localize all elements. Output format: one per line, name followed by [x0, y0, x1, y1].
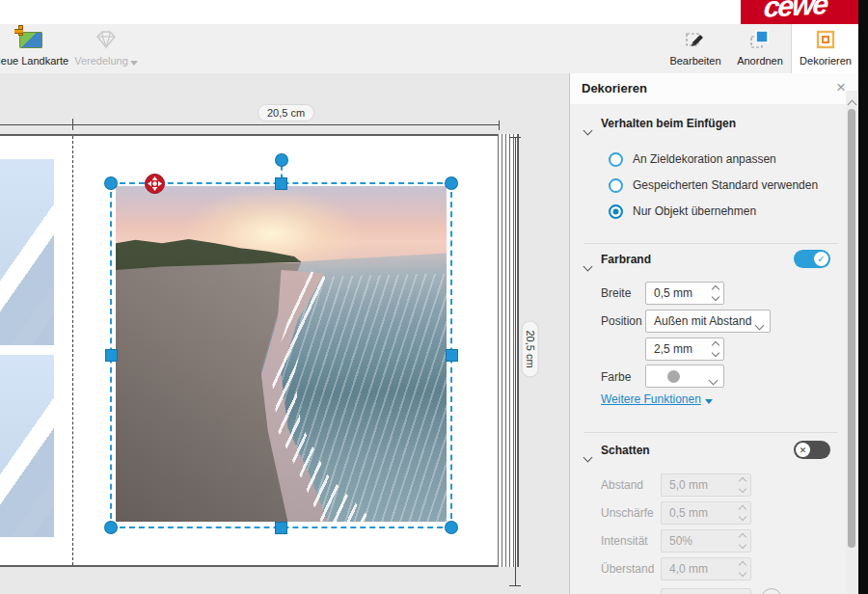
section-collapse-icon[interactable]: [584, 121, 591, 138]
window-title-band: [0, 0, 858, 24]
diamond-icon: [94, 29, 119, 50]
page-fold-line: [72, 136, 73, 565]
resize-handle-bottom[interactable]: [276, 523, 286, 533]
color-border-toggle[interactable]: ✓: [794, 250, 830, 268]
refinement-button: Veredelung: [73, 24, 139, 73]
divider: [583, 243, 838, 244]
toggle-check-icon: ✓: [814, 252, 828, 266]
radio-label: Gespeicherten Standard verwenden: [633, 178, 818, 192]
toolbar: Neue Landkarte Veredelung Bearbeiten: [0, 24, 858, 74]
section-collapse-icon[interactable]: [584, 447, 591, 465]
cewe-logo: cewe: [763, 0, 828, 24]
more-functions-link[interactable]: Weitere Funktionen: [601, 392, 713, 406]
section-header-insert-behavior[interactable]: Verhalten beim Einfügen: [601, 117, 736, 130]
resize-handle-top-left[interactable]: [105, 177, 117, 189]
resize-handle-bottom-left[interactable]: [105, 522, 117, 533]
stepper-icon[interactable]: [713, 341, 719, 357]
horizontal-ruler-label: 20,5 cm: [258, 105, 313, 121]
stepper-icon: [740, 477, 746, 493]
divider: [583, 432, 838, 433]
caret-down-icon: [705, 399, 713, 404]
overhang-label: Überstand: [601, 562, 654, 576]
horizontal-ruler-line: [0, 124, 500, 125]
panel-scrollbar-thumb[interactable]: [848, 109, 855, 548]
radio-label: An Zieldekoration anpassen: [633, 152, 776, 166]
panel-title-bar: Dekorieren ×: [570, 73, 858, 104]
intensity-label: Intensität: [601, 534, 648, 548]
radio-option-adapt[interactable]: An Zieldekoration anpassen: [609, 151, 776, 167]
resize-handle-left[interactable]: [106, 350, 117, 361]
chevron-down-icon: [130, 61, 138, 66]
section-header-shadow[interactable]: Schatten: [601, 444, 650, 457]
resize-handle-top-right[interactable]: [446, 177, 457, 189]
stepper-icon: [740, 561, 746, 577]
edit-button[interactable]: Bearbeiten: [664, 24, 727, 73]
image-placeholder[interactable]: [0, 355, 54, 537]
move-badge[interactable]: [145, 174, 165, 194]
decorate-panel: Dekorieren × Verhalten beim Einfügen An …: [569, 73, 858, 594]
blur-label: Unschärfe: [601, 506, 654, 520]
chevron-down-icon: [756, 318, 763, 332]
map-icon: [19, 32, 42, 48]
radio-icon[interactable]: [609, 178, 623, 193]
shadow-toggle[interactable]: ✕: [794, 441, 830, 459]
panel-title: Dekorieren: [582, 81, 647, 95]
decorate-label: Dekorieren: [792, 55, 859, 68]
distance-label: Abstand: [601, 478, 643, 492]
horizontal-ruler-end-tick: [499, 121, 500, 130]
position-value: Außen mit Abstand: [654, 314, 751, 328]
color-swatch: [667, 370, 680, 383]
resize-handle-top[interactable]: [276, 178, 286, 189]
radio-option-object-only[interactable]: Nur Objekt übernehmen: [609, 203, 756, 219]
edit-pencil-icon: [685, 29, 706, 50]
offset-input[interactable]: 2,5 mm: [645, 338, 724, 361]
arrange-button[interactable]: Anordnen: [729, 24, 791, 73]
editor-canvas: 20,5 cm 20,5 cm: [0, 73, 569, 594]
intensity-value: 50%: [669, 534, 692, 548]
stepper-icon: [740, 533, 746, 549]
move-arrows-icon: [145, 174, 165, 194]
width-input[interactable]: 0,5 mm: [645, 282, 724, 305]
blur-input: 0,5 mm: [661, 501, 751, 525]
radio-icon[interactable]: [609, 152, 623, 167]
selection-frame[interactable]: [110, 182, 452, 528]
decorate-button[interactable]: Dekorieren: [791, 24, 859, 74]
toggle-x-icon: ✕: [796, 443, 810, 457]
cewe-logo-band: cewe: [741, 0, 858, 24]
edit-label: Bearbeiten: [664, 55, 727, 68]
rotation-handle[interactable]: [276, 154, 287, 166]
overhang-input: 4,0 mm: [661, 557, 751, 580]
horizontal-ruler-fold-tick: [72, 119, 73, 130]
position-dropdown[interactable]: Außen mit Abstand: [645, 310, 771, 333]
offset-value: 2,5 mm: [654, 342, 692, 356]
width-value: 0,5 mm: [654, 286, 692, 300]
stepper-icon: [740, 505, 746, 521]
rotation-handle-line: [281, 165, 283, 179]
section-collapse-icon[interactable]: [584, 256, 591, 274]
blur-value: 0,5 mm: [669, 506, 708, 520]
arrange-label: Anordnen: [729, 55, 791, 68]
radio-option-saved-default[interactable]: Gespeicherten Standard verwenden: [609, 177, 818, 193]
intensity-input: 50%: [661, 529, 751, 553]
window-right-edge: [858, 0, 868, 594]
new-map-label: Neue Landkarte: [0, 55, 75, 68]
overhang-value: 4,0 mm: [669, 562, 708, 576]
resize-handle-bottom-right[interactable]: [446, 522, 457, 533]
radio-label: Nur Objekt übernehmen: [633, 204, 756, 218]
new-map-button[interactable]: Neue Landkarte: [0, 24, 75, 73]
radio-icon-selected[interactable]: [609, 204, 623, 219]
section-header-color-border[interactable]: Farbrand: [601, 253, 651, 266]
chevron-down-icon: [710, 373, 717, 387]
decorate-frame-icon: [815, 29, 836, 50]
color-dropdown[interactable]: [645, 364, 724, 388]
stepper-icon[interactable]: [713, 285, 719, 301]
distance-value: 5,0 mm: [669, 478, 708, 492]
distance-input: 5,0 mm: [661, 473, 751, 497]
vertical-ruler-bottom-tick: [509, 585, 521, 586]
vertical-ruler-line: [515, 137, 516, 586]
image-placeholder[interactable]: [0, 159, 54, 345]
resize-handle-right[interactable]: [447, 350, 457, 361]
vertical-ruler-label: 20,5 cm: [523, 321, 538, 376]
clipped-input: [661, 588, 751, 594]
plus-badge-icon: [14, 25, 25, 36]
